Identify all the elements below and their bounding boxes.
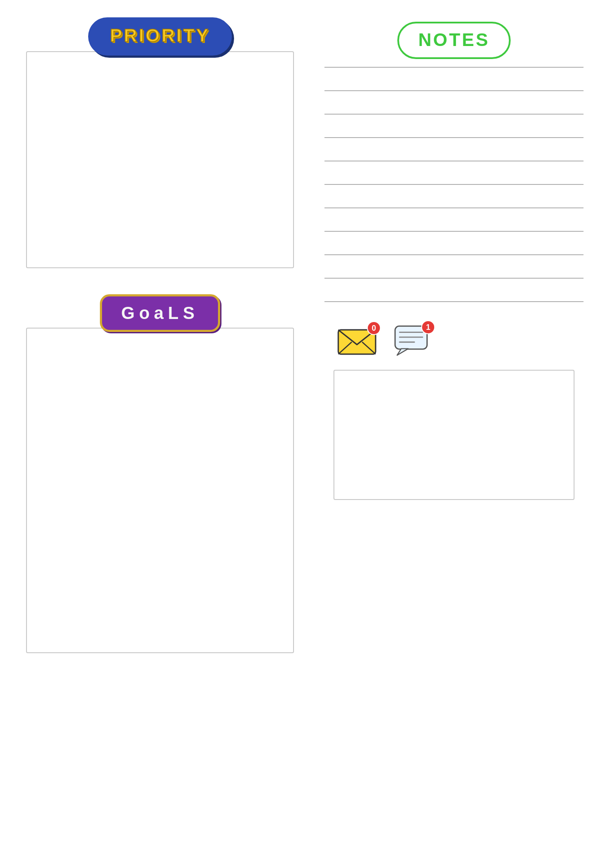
email-badge-count: 0 — [367, 321, 381, 335]
goals-label: GoaLS — [121, 303, 199, 322]
note-line — [324, 278, 584, 279]
note-line — [324, 137, 584, 138]
notes-badge-wrap: NOTES — [320, 22, 588, 59]
notes-label: NOTES — [418, 30, 490, 50]
note-line — [324, 114, 584, 115]
notes-lines-container — [320, 67, 588, 302]
priority-pill: PRIORITY — [88, 17, 231, 56]
left-column: PRIORITY GoaLS — [26, 17, 294, 653]
main-layout: PRIORITY GoaLS NOTES — [26, 17, 588, 653]
right-column: NOTES — [320, 17, 588, 653]
note-line — [324, 90, 584, 91]
chat-icon-wrap[interactable]: 1 — [394, 325, 431, 358]
priority-badge-wrap: PRIORITY — [26, 17, 294, 56]
page: PRIORITY GoaLS NOTES — [0, 0, 614, 868]
note-line — [324, 207, 584, 208]
goals-content-box[interactable] — [26, 328, 294, 653]
priority-label: PRIORITY — [110, 25, 210, 46]
icons-row: 0 1 — [320, 325, 588, 358]
note-line — [324, 301, 584, 302]
email-icon-wrap[interactable]: 0 — [337, 326, 376, 357]
goals-pill: GoaLS — [100, 294, 220, 332]
priority-content-box[interactable] — [26, 51, 294, 268]
chat-badge-count: 1 — [421, 320, 435, 334]
notes-pill: NOTES — [397, 22, 511, 59]
messages-content-box[interactable] — [333, 370, 574, 500]
goals-badge-wrap: GoaLS — [26, 294, 294, 332]
note-line — [324, 231, 584, 232]
note-line — [324, 161, 584, 161]
note-line — [324, 184, 584, 185]
right-col-inner: NOTES — [320, 22, 588, 500]
note-line — [324, 67, 584, 68]
note-line — [324, 254, 584, 255]
